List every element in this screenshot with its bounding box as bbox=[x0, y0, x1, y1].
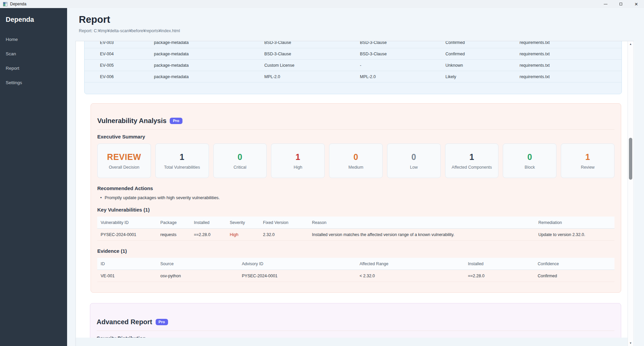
section-title: Vulnerability Analysis bbox=[97, 117, 166, 125]
evidence-source: package-metadata bbox=[154, 63, 264, 68]
summary-value: 1 bbox=[469, 152, 474, 162]
window-title: Dependa bbox=[10, 2, 26, 6]
col-header: Confidence bbox=[538, 262, 614, 266]
key-vulnerabilities-title: Key Vulnerabilities (1) bbox=[97, 207, 614, 213]
remediation: Update to version 2.32.0. bbox=[538, 232, 614, 237]
evidence-table: ID Source Advisory ID Affected Range Ins… bbox=[97, 258, 614, 282]
close-button[interactable]: ✕ bbox=[629, 0, 644, 8]
bullet-icon: • bbox=[97, 195, 105, 200]
vulnerability-id: PYSEC-2024-0001 bbox=[101, 232, 160, 237]
executive-summary-cards: REVIEW Overall Decision 1 Total Vulnerab… bbox=[97, 143, 614, 178]
summary-card-overall-decision: REVIEW Overall Decision bbox=[97, 143, 151, 178]
minimize-icon bbox=[604, 4, 607, 4]
main-header: Report Report: C:¥tmp¥delta-scan¥before¥… bbox=[79, 13, 180, 33]
table-row: EV-003 package-metadata BSD-3-Clause BSD… bbox=[85, 41, 622, 48]
table-row: VE-001 osv-python PYSEC-2024-0001 < 2.32… bbox=[97, 270, 614, 282]
table-row: PYSEC-2024-0001 requests ==2.28.0 High 2… bbox=[97, 229, 614, 241]
summary-value: 1 bbox=[585, 152, 590, 162]
summary-card-review: 1 Review bbox=[561, 143, 614, 178]
fixed-version: 2.32.0 bbox=[263, 232, 312, 237]
col-header: Installed bbox=[468, 262, 538, 266]
titlebar: Dependa ✕ bbox=[0, 0, 644, 8]
executive-summary-title: Executive Summary bbox=[97, 134, 614, 139]
summary-label: Block bbox=[525, 165, 535, 170]
file: requirements.txt bbox=[520, 63, 622, 68]
col-header: ID bbox=[101, 262, 160, 266]
reason: Installed version matches the affected v… bbox=[312, 232, 538, 237]
detected-license: - bbox=[360, 63, 445, 68]
evidence-source: package-metadata bbox=[154, 74, 264, 79]
installed-version: ==2.28.0 bbox=[194, 232, 230, 237]
declared-license: BSD-3-Clause bbox=[264, 52, 360, 56]
summary-label: High bbox=[293, 165, 302, 170]
section-title-row: Vulnerability Analysis Pro bbox=[97, 117, 614, 125]
file: requirements.txt bbox=[520, 52, 622, 56]
table-header-row: ID Source Advisory ID Affected Range Ins… bbox=[97, 258, 614, 270]
scrollbar-thumb[interactable] bbox=[629, 138, 632, 180]
confidence: Unknown bbox=[445, 63, 520, 68]
summary-label: Affected Components bbox=[452, 165, 492, 170]
evidence-source: package-metadata bbox=[154, 41, 264, 45]
summary-card-high: 1 High bbox=[271, 143, 325, 178]
app-brand: Dependa bbox=[0, 8, 67, 23]
col-header: Source bbox=[160, 262, 242, 266]
summary-card-block: 0 Block bbox=[503, 143, 556, 178]
package: requests bbox=[160, 232, 194, 237]
summary-value: 0 bbox=[354, 152, 358, 162]
minimize-button[interactable] bbox=[598, 0, 613, 8]
detected-license: BSD-3-Clause bbox=[360, 41, 445, 45]
recommended-action-text: Promptly update packages with high sever… bbox=[105, 195, 220, 200]
scroll-down-icon[interactable]: ▼ bbox=[628, 342, 633, 345]
summary-label: Total Vulnerabilities bbox=[164, 165, 200, 170]
summary-value: 1 bbox=[296, 152, 300, 162]
evidence-id: VE-001 bbox=[101, 274, 160, 278]
sidebar-item-home[interactable]: Home bbox=[0, 32, 67, 47]
report-path: Report: C:¥tmp¥delta-scan¥before¥reports… bbox=[79, 28, 180, 33]
pro-badge: Pro bbox=[170, 118, 182, 124]
sidebar-item-scan[interactable]: Scan bbox=[0, 47, 67, 61]
severity-badge: High bbox=[230, 232, 263, 237]
col-header: Package bbox=[160, 220, 194, 225]
detected-license: MPL-2.0 bbox=[360, 74, 445, 79]
app-icon bbox=[3, 2, 7, 6]
summary-card-critical: 0 Critical bbox=[213, 143, 267, 178]
col-header: Advisory ID bbox=[242, 262, 360, 266]
evidence-id: EV-003 bbox=[100, 41, 154, 45]
col-header: Vulnerability ID bbox=[101, 220, 160, 225]
col-header: Fixed Version bbox=[263, 220, 312, 225]
summary-card-medium: 0 Medium bbox=[329, 143, 383, 178]
evidence-title: Evidence (1) bbox=[97, 248, 614, 254]
confidence: Confirmed bbox=[445, 52, 520, 56]
summary-label: Medium bbox=[348, 165, 363, 170]
confidence: Confirmed bbox=[538, 274, 614, 278]
summary-value: 1 bbox=[179, 152, 184, 162]
declared-license: MPL-2.0 bbox=[264, 74, 360, 79]
table-row: EV-006 package-metadata MPL-2.0 MPL-2.0 … bbox=[85, 71, 622, 82]
viewport-bottom-band bbox=[76, 338, 628, 346]
table-header-row: Vulnerability ID Package Installed Sever… bbox=[97, 217, 614, 229]
summary-label: Review bbox=[581, 165, 595, 170]
restore-button[interactable] bbox=[613, 0, 629, 8]
evidence-id: EV-005 bbox=[100, 63, 154, 68]
confidence: Likely bbox=[445, 74, 520, 79]
declared-license: BSD-3-Clause bbox=[264, 41, 360, 45]
sidebar-item-report[interactable]: Report bbox=[0, 61, 67, 75]
close-icon: ✕ bbox=[635, 2, 638, 6]
scroll-up-icon[interactable]: ▲ bbox=[628, 43, 633, 46]
vertical-scrollbar[interactable]: ▲ ▼ bbox=[628, 41, 634, 346]
restore-icon bbox=[620, 3, 622, 5]
table-row: EV-004 package-metadata BSD-3-Clause BSD… bbox=[85, 48, 622, 60]
summary-label: Overall Decision bbox=[109, 165, 139, 170]
pro-badge: Pro bbox=[156, 319, 168, 325]
divider bbox=[97, 129, 614, 130]
file: requirements.txt bbox=[520, 41, 622, 45]
sidebar-item-settings[interactable]: Settings bbox=[0, 75, 67, 90]
summary-value: REVIEW bbox=[107, 152, 141, 162]
confidence: Confirmed bbox=[445, 41, 520, 45]
summary-label: Low bbox=[410, 165, 418, 170]
table-row: EV-005 package-metadata Custom License -… bbox=[85, 60, 622, 71]
file: requirements.txt bbox=[520, 74, 622, 79]
license-evidence-table: EV-003 package-metadata BSD-3-Clause BSD… bbox=[85, 41, 622, 82]
installed-version: ==2.28.0 bbox=[468, 274, 538, 278]
declared-license: Custom License bbox=[264, 63, 360, 68]
